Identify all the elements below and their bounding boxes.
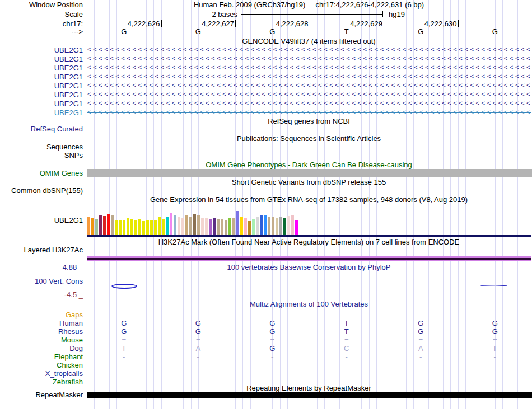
gtex-expression-bar[interactable] bbox=[178, 217, 180, 235]
refseq-curated-line[interactable] bbox=[87, 129, 531, 129]
gtex-expression-bar[interactable] bbox=[217, 219, 220, 235]
gtex-expression-bar[interactable] bbox=[252, 219, 255, 235]
gene-track-label[interactable]: UBE2G1 bbox=[0, 46, 83, 54]
gtex-expression-bar[interactable] bbox=[154, 220, 157, 235]
gene-transcript-row[interactable]: <<<<<<<<<<<<<<<<<<<<<<<<<<<<<<<<<<<<<<<<… bbox=[87, 109, 531, 116]
gtex-expression-bar[interactable] bbox=[127, 218, 129, 235]
omim-gene-bar[interactable] bbox=[87, 169, 532, 177]
h3k27ac-signal-bar[interactable] bbox=[87, 256, 531, 261]
sequences-label[interactable]: Sequences bbox=[0, 143, 83, 151]
conservation-wiggle-left[interactable] bbox=[111, 284, 137, 289]
gtex-expression-bar[interactable] bbox=[276, 218, 278, 235]
gtex-expression-bar[interactable] bbox=[87, 217, 90, 235]
gtex-expression-bar[interactable] bbox=[260, 215, 263, 235]
sequence-letter: G bbox=[413, 28, 428, 35]
gtex-expression-bar[interactable] bbox=[150, 220, 153, 235]
gtex-expression-bar[interactable] bbox=[225, 220, 227, 235]
gtex-expression-bar[interactable] bbox=[283, 218, 286, 235]
gene-track-label[interactable]: UBE2G1 bbox=[0, 55, 83, 63]
species-label-elephant[interactable]: Elephant bbox=[0, 353, 83, 360]
gene-track-label[interactable]: UBE2G1 bbox=[0, 82, 83, 90]
gtex-expression-bar[interactable] bbox=[170, 213, 172, 235]
gtex-expression-bar[interactable] bbox=[248, 221, 251, 235]
conservation-track-label[interactable]: 100 Vert. Cons bbox=[0, 278, 83, 285]
gtex-gene-label[interactable]: UBE2G1 bbox=[0, 217, 83, 224]
repeatmasker-bar[interactable] bbox=[87, 392, 532, 398]
gtex-expression-bar[interactable] bbox=[287, 216, 290, 235]
species-label-dog[interactable]: Dog bbox=[0, 345, 83, 352]
gtex-expression-bar[interactable] bbox=[221, 219, 223, 235]
gtex-expression-bar[interactable] bbox=[256, 217, 259, 235]
gtex-expression-bar[interactable] bbox=[295, 220, 298, 235]
gtex-expression-bar[interactable] bbox=[158, 217, 161, 235]
gtex-expression-bar[interactable] bbox=[111, 215, 114, 235]
gtex-expression-bar[interactable] bbox=[213, 218, 216, 235]
gene-transcript-row[interactable]: <<<<<<<<<<<<<<<<<<<<<<<<<<<<<<<<<<<<<<<<… bbox=[87, 64, 531, 72]
gtex-expression-bar[interactable] bbox=[91, 218, 94, 235]
species-label-x_tropicalis[interactable]: X_tropicalis bbox=[0, 370, 83, 377]
refseq-curated-label[interactable]: RefSeq Curated bbox=[0, 125, 83, 133]
gene-track-label[interactable]: UBE2G1 bbox=[0, 64, 83, 72]
species-label-mouse[interactable]: Mouse bbox=[0, 336, 83, 344]
gene-track-label[interactable]: UBE2G1 bbox=[0, 73, 83, 81]
conservation-wiggle-right[interactable] bbox=[480, 285, 507, 286]
species-label-chicken[interactable]: Chicken bbox=[0, 361, 83, 369]
gtex-expression-bar[interactable] bbox=[232, 218, 235, 235]
gtex-expression-bar[interactable] bbox=[103, 216, 106, 235]
gtex-expression-bar[interactable] bbox=[185, 215, 188, 235]
gtex-expression-bar[interactable] bbox=[279, 217, 282, 235]
gtex-expression-bar[interactable] bbox=[189, 217, 192, 235]
gtex-expression-bar[interactable] bbox=[181, 218, 184, 235]
gtex-expression-bar[interactable] bbox=[193, 214, 196, 235]
gene-transcript-row[interactable]: <<<<<<<<<<<<<<<<<<<<<<<<<<<<<<<<<<<<<<<<… bbox=[87, 100, 531, 107]
gene-track-label[interactable]: UBE2G1 bbox=[0, 109, 83, 116]
gtex-expression-bar[interactable] bbox=[146, 220, 149, 235]
gtex-expression-bar[interactable] bbox=[95, 219, 98, 235]
gtex-expression-bar[interactable] bbox=[107, 214, 110, 235]
gtex-expression-bar[interactable] bbox=[166, 217, 169, 235]
gene-track-label[interactable]: UBE2G1 bbox=[0, 100, 83, 107]
gtex-expression-bar[interactable] bbox=[134, 220, 137, 235]
alignment-letter: G bbox=[488, 328, 502, 335]
gtex-expression-bar[interactable] bbox=[244, 218, 247, 235]
gtex-expression-bar[interactable] bbox=[115, 220, 118, 235]
gene-track-label[interactable]: UBE2G1 bbox=[0, 91, 83, 98]
layered-h3k27ac-label[interactable]: Layered H3K27Ac bbox=[0, 246, 83, 253]
gtex-expression-bar[interactable] bbox=[138, 219, 141, 235]
strand-direction-label: ---> bbox=[0, 28, 83, 35]
common-dbsnp-label[interactable]: Common dbSNP(155) bbox=[0, 187, 83, 194]
gtex-expression-bar[interactable] bbox=[205, 218, 208, 235]
position-tick bbox=[310, 20, 310, 27]
gene-transcript-row[interactable]: <<<<<<<<<<<<<<<<<<<<<<<<<<<<<<<<<<<<<<<<… bbox=[87, 73, 531, 81]
gtex-expression-bar[interactable] bbox=[174, 215, 176, 235]
gtex-expression-bar[interactable] bbox=[99, 215, 102, 235]
gtex-expression-bar[interactable] bbox=[130, 219, 133, 235]
gene-transcript-row[interactable]: <<<<<<<<<<<<<<<<<<<<<<<<<<<<<<<<<<<<<<<<… bbox=[87, 82, 531, 90]
gtex-expression-bar[interactable] bbox=[123, 220, 125, 235]
gtex-expression-bar[interactable] bbox=[264, 215, 267, 235]
position-tick bbox=[384, 20, 384, 27]
gtex-expression-bar[interactable] bbox=[142, 221, 145, 235]
gtex-expression-bar[interactable] bbox=[209, 219, 212, 235]
repeatmasker-label[interactable]: RepeatMasker bbox=[0, 391, 83, 398]
gtex-baseline[interactable] bbox=[87, 235, 531, 237]
species-label-human[interactable]: Human bbox=[0, 319, 83, 327]
gtex-expression-bar[interactable] bbox=[272, 217, 274, 235]
gtex-expression-bar[interactable] bbox=[291, 215, 294, 235]
gene-transcript-row[interactable]: <<<<<<<<<<<<<<<<<<<<<<<<<<<<<<<<<<<<<<<<… bbox=[87, 46, 531, 54]
gtex-expression-bar[interactable] bbox=[162, 219, 165, 235]
gtex-expression-bar[interactable] bbox=[240, 217, 243, 235]
species-label-zebrafish[interactable]: Zebrafish bbox=[0, 378, 83, 386]
gtex-expression-bar[interactable] bbox=[119, 220, 122, 235]
species-label-gaps[interactable]: Gaps bbox=[0, 311, 83, 318]
gene-transcript-row[interactable]: <<<<<<<<<<<<<<<<<<<<<<<<<<<<<<<<<<<<<<<<… bbox=[87, 55, 531, 63]
omim-genes-label[interactable]: OMIM Genes bbox=[0, 170, 83, 177]
gtex-expression-bar[interactable] bbox=[201, 218, 204, 235]
species-label-rhesus[interactable]: Rhesus bbox=[0, 328, 83, 335]
gtex-expression-bar[interactable] bbox=[236, 211, 239, 235]
gtex-expression-bar[interactable] bbox=[228, 218, 231, 235]
gtex-expression-bar[interactable] bbox=[197, 215, 200, 235]
gene-transcript-row[interactable]: <<<<<<<<<<<<<<<<<<<<<<<<<<<<<<<<<<<<<<<<… bbox=[87, 91, 531, 98]
snps-label[interactable]: SNPs bbox=[0, 152, 83, 159]
gtex-expression-bar[interactable] bbox=[268, 217, 270, 235]
